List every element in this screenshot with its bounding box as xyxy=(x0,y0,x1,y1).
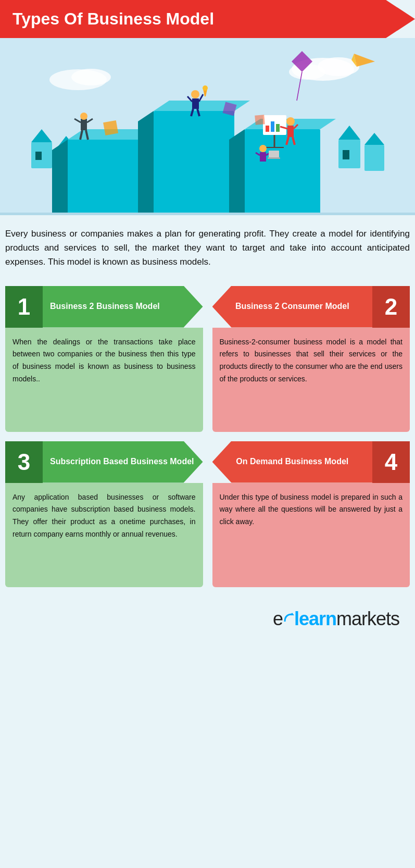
svg-rect-20 xyxy=(68,140,143,215)
svg-rect-46 xyxy=(263,115,286,135)
logo-learn: learn xyxy=(294,608,336,629)
card-2-number: 2 xyxy=(372,286,410,328)
svg-rect-37 xyxy=(192,98,199,109)
card-b2c: Business 2 Consumer Model 2 Business-2-c… xyxy=(212,286,410,432)
header-banner: Types Of Business Model xyxy=(0,0,415,38)
svg-point-56 xyxy=(259,145,267,152)
svg-rect-61 xyxy=(268,157,280,159)
svg-rect-13 xyxy=(343,150,349,159)
svg-point-50 xyxy=(286,117,295,126)
svg-rect-60 xyxy=(269,151,279,157)
svg-rect-57 xyxy=(260,152,266,162)
svg-rect-51 xyxy=(287,126,294,137)
footer: e learnmarkets xyxy=(0,598,415,640)
card-4-title-box: On Demand Business Model xyxy=(212,441,373,483)
svg-point-41 xyxy=(203,85,208,91)
card-2-body: Business-2-consumer business model is a … xyxy=(212,328,410,432)
card-1-body: When the dealings or the transactions ta… xyxy=(5,328,203,432)
svg-rect-8 xyxy=(35,152,42,160)
card-on-demand: On Demand Business Model 4 Under this ty… xyxy=(212,441,410,587)
card-1-title-box: Business 2 Business Model xyxy=(43,286,203,328)
card-2-title: Business 2 Consumer Model xyxy=(220,301,366,312)
svg-point-5 xyxy=(71,69,111,85)
svg-rect-47 xyxy=(266,126,269,132)
svg-rect-62 xyxy=(103,120,118,135)
footer-logo: e learnmarkets xyxy=(273,608,399,630)
page-title: Types Of Business Model xyxy=(12,9,403,29)
logo-markets: markets xyxy=(336,608,399,629)
svg-rect-14 xyxy=(364,145,384,171)
card-4-body: Under this type of business model is pre… xyxy=(212,483,410,587)
svg-rect-26 xyxy=(245,129,320,215)
intro-text: Every business or companies makes a plan… xyxy=(0,215,415,281)
cards-grid: 1 Business 2 Business Model When the dea… xyxy=(0,281,415,598)
logo-curve-icon xyxy=(283,612,294,624)
card-3-title-box: Subscription Based Business Model xyxy=(43,441,203,483)
card-1-title: Business 2 Business Model xyxy=(50,301,160,312)
hero-image xyxy=(0,38,415,215)
svg-rect-49 xyxy=(276,124,280,132)
card-subscription: 3 Subscription Based Business Model Any … xyxy=(5,441,203,587)
card-3-body: Any application based businesses or soft… xyxy=(5,483,203,587)
svg-point-36 xyxy=(191,90,199,98)
card-2-header: Business 2 Consumer Model 2 xyxy=(212,286,410,328)
svg-rect-64 xyxy=(255,115,265,125)
card-4-number: 4 xyxy=(372,441,410,483)
card-3-header: 3 Subscription Based Business Model xyxy=(5,441,203,483)
svg-rect-30 xyxy=(81,119,87,130)
card-4-header: On Demand Business Model 4 xyxy=(212,441,410,483)
svg-rect-48 xyxy=(271,121,274,132)
logo-e: e xyxy=(273,608,283,629)
card-b2b: 1 Business 2 Business Model When the dea… xyxy=(5,286,203,432)
card-3-title: Subscription Based Business Model xyxy=(50,456,194,467)
svg-rect-23 xyxy=(154,111,234,215)
card-4-title: On Demand Business Model xyxy=(220,456,366,467)
svg-marker-24 xyxy=(138,111,154,215)
card-1-header: 1 Business 2 Business Model xyxy=(5,286,203,328)
card-1-number: 1 xyxy=(5,286,43,328)
card-3-number: 3 xyxy=(5,441,43,483)
svg-point-31 xyxy=(80,113,87,120)
card-2-title-box: Business 2 Consumer Model xyxy=(212,286,373,328)
svg-marker-21 xyxy=(52,140,68,215)
svg-rect-29 xyxy=(0,213,415,215)
svg-marker-27 xyxy=(229,129,245,215)
